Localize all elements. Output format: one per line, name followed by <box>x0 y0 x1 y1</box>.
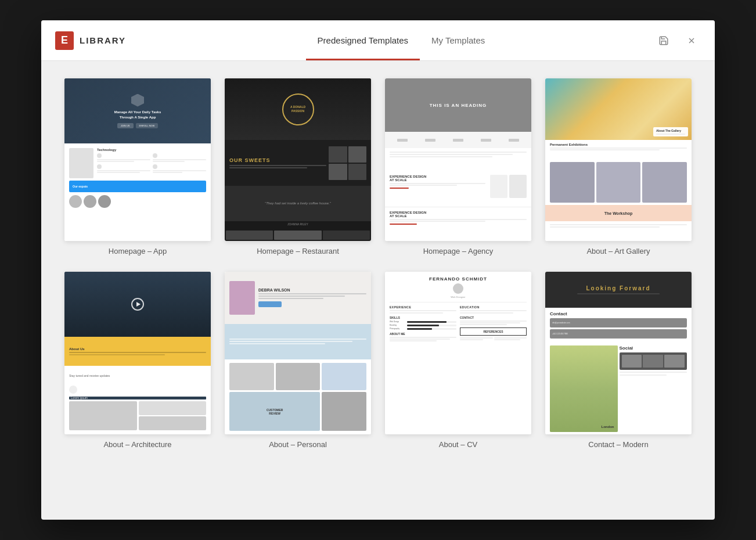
template-thumb-homepage-app[interactable]: Manage All Your Daily TasksThrough A Sin… <box>64 78 211 241</box>
tabs-area: Predesigned Templates My Templates <box>148 20 654 60</box>
template-label-about-architecture: About – Architecture <box>64 434 211 451</box>
template-item-homepage-restaurant[interactable]: A DONALDPASSION OUR SWEETS <box>225 78 371 258</box>
close-button[interactable] <box>682 31 701 50</box>
library-title: LIBRARY <box>80 35 126 45</box>
template-label-contact-modern: Contact – Modern <box>545 434 692 451</box>
template-label-homepage-app: Homepage – App <box>64 241 211 258</box>
header-actions <box>654 31 701 50</box>
template-item-about-architecture[interactable]: About Us Stay tuned and receive updates … <box>64 272 211 451</box>
template-thumb-about-cv[interactable]: FERNANDO SCHMIDT Web Designer EXPERIENCE… <box>385 272 531 434</box>
template-thumb-homepage-restaurant[interactable]: A DONALDPASSION OUR SWEETS <box>225 78 371 241</box>
template-item-homepage-app[interactable]: Manage All Your Daily TasksThrough A Sin… <box>64 78 211 258</box>
template-item-about-cv[interactable]: FERNANDO SCHMIDT Web Designer EXPERIENCE… <box>385 272 531 451</box>
templates-grid: Manage All Your Daily TasksThrough A Sin… <box>64 78 692 451</box>
logo-area: E LIBRARY <box>55 31 148 50</box>
template-label-homepage-restaurant: Homepage – Restaurant <box>225 241 371 258</box>
library-modal: E LIBRARY Predesigned Templates My Templ… <box>41 20 715 520</box>
template-thumb-homepage-agency[interactable]: THIS IS AN HEADING <box>385 78 531 241</box>
template-label-homepage-agency: Homepage – Agency <box>385 241 531 258</box>
template-item-contact-modern[interactable]: Looking Forward Contact info@yourwebsite… <box>545 272 692 451</box>
save-button[interactable] <box>654 31 673 50</box>
template-item-homepage-agency[interactable]: THIS IS AN HEADING <box>385 78 531 258</box>
template-thumb-about-architecture[interactable]: About Us Stay tuned and receive updates … <box>64 272 211 434</box>
template-thumb-contact-modern[interactable]: Looking Forward Contact info@yourwebsite… <box>545 272 692 434</box>
template-thumb-about-art-gallery[interactable]: About The Gallery Permanent Exhibitions <box>545 78 692 241</box>
template-label-about-cv: About – CV <box>385 434 531 451</box>
template-label-about-art-gallery: About – Art Gallery <box>545 241 692 258</box>
tab-predesigned-templates[interactable]: Predesigned Templates <box>306 20 420 60</box>
template-thumb-about-personal[interactable]: DEBRA WILSON <box>225 272 371 434</box>
tab-my-templates[interactable]: My Templates <box>420 20 496 60</box>
template-item-about-art-gallery[interactable]: About The Gallery Permanent Exhibitions <box>545 78 692 258</box>
template-item-about-personal[interactable]: DEBRA WILSON <box>225 272 371 451</box>
elementor-logo-icon: E <box>55 31 74 50</box>
template-label-about-personal: About – Personal <box>225 434 371 451</box>
modal-header: E LIBRARY Predesigned Templates My Templ… <box>41 20 715 61</box>
templates-content: Manage All Your Daily TasksThrough A Sin… <box>41 61 715 520</box>
